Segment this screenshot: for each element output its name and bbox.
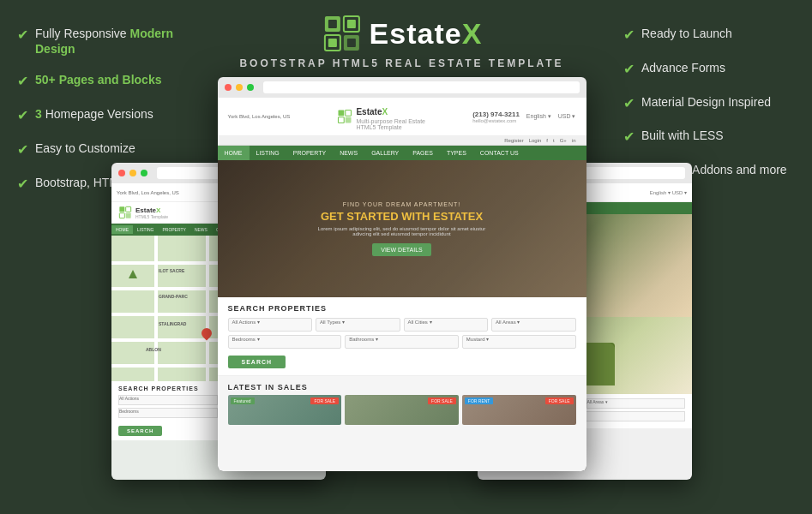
dot-green-main bbox=[247, 84, 254, 91]
feature-launch: ✔ Ready to Launch bbox=[623, 26, 795, 45]
feature-text-3: 3 Homepage Versions bbox=[35, 106, 153, 122]
svg-rect-11 bbox=[126, 213, 131, 218]
main-brand-name: EstateX bbox=[356, 107, 388, 117]
check-icon-3: ✔ bbox=[17, 107, 28, 125]
site-currency[interactable]: USD ▾ bbox=[558, 113, 576, 120]
card-image-3: FOR RENT FOR SALE bbox=[462, 395, 576, 425]
dot-yellow-left bbox=[129, 170, 136, 176]
road-v1 bbox=[154, 236, 158, 381]
feature-text-2: 50+ Pages and Blocks bbox=[35, 72, 161, 87]
map-address-text: York Blvd, Los Angeles, US bbox=[117, 190, 179, 195]
check-icon-r3: ✔ bbox=[623, 95, 635, 113]
browser-main: York Blvd, Los Angeles, US EstateX Multi… bbox=[218, 77, 586, 471]
main-logo-icon bbox=[337, 109, 352, 124]
hero-text-area: FIND YOUR DREAM APARTMENT! GET STARTED W… bbox=[316, 201, 488, 257]
feature-material: ✔ Material Design Inspired bbox=[623, 94, 795, 113]
svg-rect-8 bbox=[119, 206, 124, 212]
left-select-bedrooms[interactable]: Bedrooms bbox=[118, 408, 218, 418]
check-icon-2: ✔ bbox=[17, 73, 28, 91]
feature-text-r1: Ready to Launch bbox=[641, 26, 732, 41]
main-brand-sub: HTML5 Template bbox=[356, 124, 425, 130]
left-select-actions[interactable]: All Actions bbox=[118, 395, 218, 405]
hero-cta-button[interactable]: VIEW DETAILS bbox=[372, 243, 431, 256]
left-brand-sub: HTML5 Template bbox=[135, 214, 168, 219]
left-browser-brand: EstateX HTML5 Template bbox=[135, 206, 168, 219]
select-mustard-main[interactable]: Mustard ▾ bbox=[462, 335, 576, 349]
left-nav-property[interactable]: PROPERTY bbox=[158, 225, 189, 234]
svg-rect-4 bbox=[328, 20, 337, 28]
social-t[interactable]: t bbox=[553, 138, 555, 143]
feature-pages: ✔ 50+ Pages and Blocks bbox=[17, 72, 180, 91]
svg-rect-9 bbox=[126, 206, 131, 212]
social-g[interactable]: G+ bbox=[560, 138, 567, 143]
select-actions-main[interactable]: All Actions ▾ bbox=[228, 318, 313, 332]
site-lang[interactable]: English ▾ bbox=[526, 113, 551, 120]
check-icon-4: ✔ bbox=[17, 141, 28, 159]
url-bar-main bbox=[263, 81, 580, 93]
main-brand-text: EstateX Multi-purpose Real Estate HTML5 … bbox=[356, 103, 425, 130]
card-badge-featured: Featured bbox=[231, 397, 255, 404]
main-container: ✔ Fully Responsive Modern Design ✔ 50+ P… bbox=[0, 0, 812, 514]
left-nav-news[interactable]: NEWS bbox=[190, 225, 212, 234]
svg-rect-7 bbox=[347, 39, 356, 47]
site-phone-group: (213) 974-3211 hello@estatex.com bbox=[472, 111, 520, 123]
feature-text-r3: Material Design Inspired bbox=[641, 94, 771, 110]
svg-rect-12 bbox=[339, 111, 345, 117]
svg-rect-13 bbox=[346, 111, 352, 117]
nav-listing[interactable]: LISTING bbox=[250, 146, 286, 160]
check-icon-r4: ✔ bbox=[623, 128, 635, 146]
nav-contact[interactable]: CONTACT US bbox=[473, 146, 526, 160]
social-in[interactable]: in bbox=[572, 138, 576, 143]
main-search-section: SEARCH PROPERTIES All Actions ▾ All Type… bbox=[218, 297, 586, 376]
card-badge-sale-2: FOR SALE bbox=[428, 397, 456, 404]
left-nav-listing[interactable]: LISTING bbox=[133, 225, 158, 234]
nav-news[interactable]: NEWS bbox=[333, 146, 364, 160]
main-search-button[interactable]: SEARCH bbox=[228, 356, 286, 368]
estatex-logo-icon bbox=[322, 13, 363, 54]
search-row-2: Bedrooms ▾ Bathrooms ▾ Mustard ▾ bbox=[228, 335, 576, 349]
map-label-2: GRAND-PARC bbox=[159, 294, 188, 299]
check-icon-r1: ✔ bbox=[623, 27, 635, 45]
dot-yellow-main bbox=[236, 84, 243, 91]
select-cities-main[interactable]: All Cities ▾ bbox=[404, 318, 489, 332]
nav-types[interactable]: TYPES bbox=[440, 146, 473, 160]
site-header-right: (213) 974-3211 hello@estatex.com English… bbox=[472, 111, 575, 123]
site-phone: (213) 974-3211 bbox=[472, 111, 520, 118]
left-brand-name: EstateX bbox=[135, 206, 168, 214]
feature-text-r2: Advance Forms bbox=[641, 60, 725, 75]
select-bedrooms-main[interactable]: Bedrooms ▾ bbox=[228, 335, 342, 349]
svg-rect-10 bbox=[119, 213, 124, 218]
login-link[interactable]: Login bbox=[529, 138, 542, 143]
hero-section: FIND YOUR DREAM APARTMENT! GET STARTED W… bbox=[218, 160, 586, 297]
right-select-areas[interactable]: All Areas ▾ bbox=[586, 398, 686, 409]
card-badge-rent: FOR RENT bbox=[465, 397, 494, 404]
logo-title-area: EstateX BOOTSTRAP HTML5 REAL ESTATE TEMP… bbox=[239, 13, 563, 69]
feature-customize: ✔ Easy to Customize bbox=[17, 140, 180, 159]
card-badge-sale-3: FOR SALE bbox=[545, 397, 574, 404]
latest-title: LATEST IN SALES bbox=[218, 376, 586, 395]
feature-homepage: ✔ 3 Homepage Versions bbox=[17, 106, 180, 125]
card-image-1: Featured FOR SALE bbox=[228, 395, 342, 425]
left-search-button[interactable]: SEARCH bbox=[118, 426, 162, 436]
select-types-main[interactable]: All Types ▾ bbox=[316, 318, 400, 332]
check-icon-1: ✔ bbox=[17, 27, 28, 45]
right-lang[interactable]: English ▾ USD ▾ bbox=[650, 189, 687, 195]
map-label-4: ABLON bbox=[146, 347, 161, 352]
nav-gallery[interactable]: GALLERY bbox=[364, 146, 406, 160]
select-areas-main[interactable]: All Areas ▾ bbox=[491, 318, 576, 332]
logo-text: EstateX bbox=[370, 17, 483, 51]
card-badge-sale: FOR SALE bbox=[310, 397, 339, 404]
nav-property[interactable]: PROPERTY bbox=[286, 146, 333, 160]
small-logo-icon-left bbox=[118, 206, 132, 219]
left-nav-home[interactable]: HOME bbox=[111, 225, 133, 234]
property-card-2: FOR SALE bbox=[345, 395, 459, 425]
svg-rect-5 bbox=[347, 20, 356, 28]
tree-1 bbox=[129, 270, 137, 278]
register-link[interactable]: Register bbox=[504, 138, 523, 143]
social-f[interactable]: f bbox=[546, 138, 548, 143]
nav-home[interactable]: HOME bbox=[218, 146, 250, 160]
select-bathrooms-main[interactable]: Bathrooms ▾ bbox=[345, 335, 459, 349]
register-bar: Register Login f t G+ in bbox=[218, 136, 586, 146]
nav-pages[interactable]: PAGES bbox=[406, 146, 440, 160]
property-cards: Featured FOR SALE FOR SALE FOR RENT bbox=[218, 395, 586, 425]
